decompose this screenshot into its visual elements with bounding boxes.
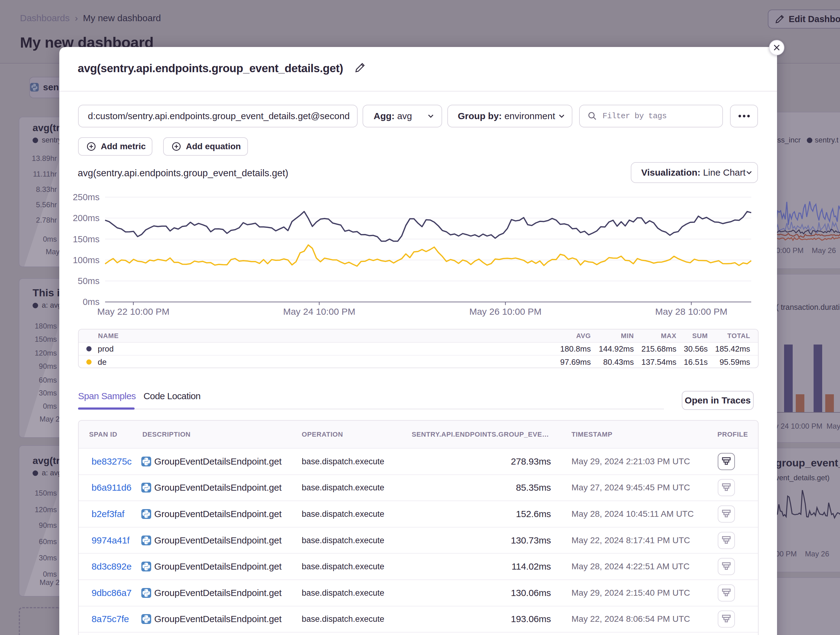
svg-text:250ms: 250ms bbox=[73, 192, 99, 202]
svg-text:May 26 10:00 PM: May 26 10:00 PM bbox=[469, 306, 542, 317]
svg-text:50ms: 50ms bbox=[78, 276, 99, 286]
svg-text:May 22 10:00 PM: May 22 10:00 PM bbox=[97, 306, 169, 317]
svg-text:0ms: 0ms bbox=[83, 297, 99, 307]
svg-text:100ms: 100ms bbox=[73, 255, 99, 265]
svg-text:May 28 10:00 PM: May 28 10:00 PM bbox=[655, 306, 727, 317]
svg-text:200ms: 200ms bbox=[73, 213, 99, 223]
svg-text:150ms: 150ms bbox=[73, 234, 99, 244]
svg-text:May 24 10:00 PM: May 24 10:00 PM bbox=[283, 306, 355, 317]
